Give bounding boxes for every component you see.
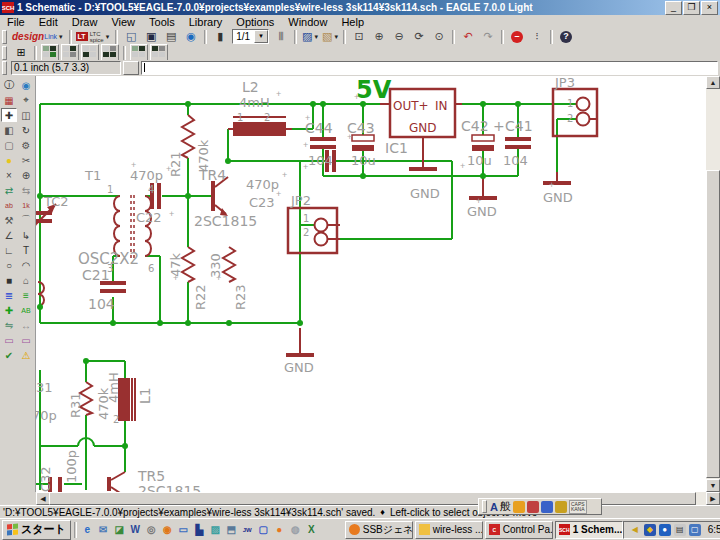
task-button[interactable]: CControl Pa... xyxy=(485,521,553,539)
minimize-button[interactable]: _ xyxy=(665,1,682,15)
rect-tool[interactable]: ■ xyxy=(1,273,17,287)
export-image-button[interactable]: ◉ xyxy=(181,29,201,44)
text-tool[interactable]: T xyxy=(18,243,34,257)
start-button[interactable]: スタート xyxy=(2,520,71,540)
menu-help[interactable]: Help xyxy=(334,16,371,28)
change-tool[interactable]: ⚙ xyxy=(18,138,34,152)
circle-tool[interactable]: ○ xyxy=(1,258,17,272)
quicklaunch-my-computer-icon[interactable]: ⬒ xyxy=(224,522,239,537)
tray-volume-icon[interactable]: ◀ xyxy=(629,524,641,536)
traffic-light-button[interactable]: ⁝ xyxy=(527,29,547,44)
horizontal-scrollbar[interactable]: ◀ ▶ xyxy=(36,492,720,505)
display-preset-button[interactable] xyxy=(130,44,148,61)
display-preset-button[interactable] xyxy=(81,44,99,61)
toolbar-grip[interactable] xyxy=(2,46,7,60)
quicklaunch-image-app-icon[interactable]: ▨ xyxy=(208,522,223,537)
ime-pen-icon[interactable] xyxy=(527,501,539,513)
polygon-tool[interactable]: ⌂ xyxy=(18,273,34,287)
scroll-right-button[interactable]: ▶ xyxy=(706,492,720,505)
group-tool[interactable]: ▢ xyxy=(1,138,17,152)
junction-tool[interactable]: ✚ xyxy=(1,303,17,317)
ime-help-icon[interactable] xyxy=(555,501,567,513)
pinswap-tool[interactable]: ⇄ xyxy=(1,183,17,197)
errors-tool[interactable]: ⚠ xyxy=(18,348,34,362)
quicklaunch-word-icon[interactable]: W xyxy=(128,522,143,537)
save-button[interactable]: ▣ xyxy=(141,29,161,44)
restore-button[interactable]: ❐ xyxy=(683,1,700,15)
grid-button[interactable]: ⊞ xyxy=(11,45,31,60)
zoom-redraw-button[interactable]: ⟳ xyxy=(409,29,429,44)
quicklaunch-ie-icon[interactable]: e xyxy=(80,522,95,537)
ime-tools-icon[interactable] xyxy=(513,501,525,513)
task-button[interactable]: SCH1 Schem... xyxy=(555,521,623,539)
tray-eye-icon[interactable]: ● xyxy=(659,524,671,536)
ime-caps-kana[interactable]: CAPSKANA xyxy=(569,500,587,514)
scroll-down-button[interactable]: ▼ xyxy=(706,479,720,492)
menu-view[interactable]: View xyxy=(104,16,142,28)
ltcspice-button[interactable]: LT LTCspice ▾ xyxy=(75,29,111,44)
quicklaunch-book-icon[interactable]: ▙ xyxy=(192,522,207,537)
value-tool[interactable]: 1k xyxy=(18,198,34,212)
quicklaunch-monitor-app-icon[interactable]: ▢ xyxy=(256,522,271,537)
swap-level-tool[interactable]: ⇋ xyxy=(1,318,17,332)
paste-tool[interactable]: ● xyxy=(1,153,17,167)
sheet-selector[interactable]: 1/1▾ xyxy=(232,29,269,44)
display-preset-button[interactable] xyxy=(61,44,79,61)
rotate-tool[interactable]: ↻ xyxy=(18,123,34,137)
vertical-scroll-thumb[interactable] xyxy=(706,170,720,478)
zoom-select-button[interactable]: ⊙ xyxy=(429,29,449,44)
print-button[interactable]: ▤ xyxy=(161,29,181,44)
ime-input-mode[interactable]: A xyxy=(490,501,498,513)
name-tool[interactable]: ab xyxy=(1,198,17,212)
ime-conversion-mode[interactable]: 般 xyxy=(500,499,511,514)
task-button[interactable]: wire-less ... xyxy=(415,521,483,539)
command-input[interactable] xyxy=(141,61,718,75)
help-button[interactable]: ? xyxy=(556,29,576,44)
task-button[interactable]: SSBジェネ... xyxy=(345,521,413,539)
net-tool[interactable]: ≡ xyxy=(18,288,34,302)
add-tool[interactable]: ⊕ xyxy=(18,168,34,182)
tray-printer-icon[interactable]: ▤ xyxy=(674,524,686,536)
smash-tool[interactable]: ⚒ xyxy=(1,213,17,227)
quicklaunch-mediaplayer-icon[interactable]: ◉ xyxy=(160,522,175,537)
mirror-tool[interactable]: ◧ xyxy=(1,123,17,137)
move-tool[interactable]: ✚ xyxy=(1,108,17,122)
mark-tool[interactable]: ⌖ xyxy=(18,93,34,107)
scroll-left-button[interactable]: ◀ xyxy=(36,492,50,505)
miter-tool[interactable]: ⌒ xyxy=(18,213,34,227)
menu-file[interactable]: File xyxy=(0,16,32,28)
menu-edit[interactable]: Edit xyxy=(32,16,65,28)
display-preset-button[interactable] xyxy=(41,44,59,61)
schematic-canvas[interactable]: T1TC2470pC22R21470kTR42SC1815470pC23OSC2… xyxy=(36,76,706,492)
zoom-in-button[interactable]: ⊕ xyxy=(369,29,389,44)
layer-preset-2-button[interactable]: ▧▾ xyxy=(320,29,340,44)
vertical-scrollbar[interactable]: ▲ ▼ xyxy=(706,76,720,492)
label-tool[interactable]: AB xyxy=(18,303,34,317)
quicklaunch-viewer-icon[interactable]: ◎ xyxy=(144,522,159,537)
undo-button[interactable]: ↶ xyxy=(458,29,478,44)
scroll-up-button[interactable]: ▲ xyxy=(706,76,720,89)
delete-tool[interactable]: × xyxy=(1,168,17,182)
sheet-list-button[interactable]: ⫴ xyxy=(271,29,291,44)
toolbar-grip[interactable] xyxy=(2,61,7,75)
menu-library[interactable]: Library xyxy=(182,16,230,28)
display-preset-button[interactable] xyxy=(101,44,119,61)
zoom-out-button[interactable]: ⊖ xyxy=(389,29,409,44)
command-bar-button[interactable] xyxy=(123,61,139,75)
invoke-tool[interactable]: ↳ xyxy=(18,228,34,242)
quicklaunch-mail-icon[interactable]: ✉ xyxy=(96,522,111,537)
cut-tool[interactable]: ✂ xyxy=(18,153,34,167)
redo-button[interactable]: ↷ xyxy=(478,29,498,44)
split-tool[interactable]: ∠ xyxy=(1,228,17,242)
tray-display-settings-icon[interactable]: ▢ xyxy=(689,524,701,536)
stop-button[interactable]: – xyxy=(507,29,527,44)
quicklaunch-firefox-icon[interactable]: ● xyxy=(272,522,287,537)
sheet-tool-button[interactable]: ▮ xyxy=(210,29,230,44)
quicklaunch-cd-app-icon[interactable]: ◍ xyxy=(288,522,303,537)
ime-dictionary-icon[interactable] xyxy=(541,501,553,513)
tray-shield-icon[interactable]: ◆ xyxy=(644,524,656,536)
frame-2-tool[interactable]: ▭ xyxy=(18,333,34,347)
quicklaunch-frontpage-icon[interactable]: ◪ xyxy=(112,522,127,537)
dimension-tool[interactable]: ↔ xyxy=(18,318,34,332)
zoom-fit-button[interactable]: ⊡ xyxy=(349,29,369,44)
